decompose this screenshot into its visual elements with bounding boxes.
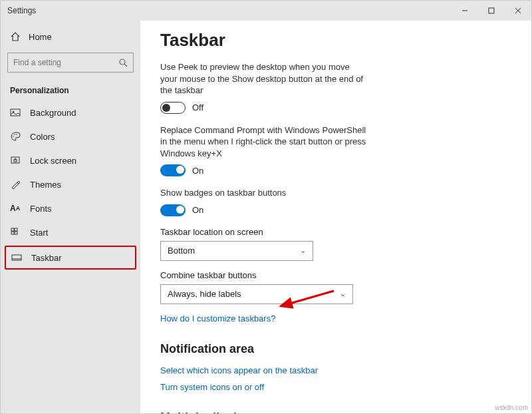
sidebar-item-label: Colors <box>30 132 55 142</box>
start-icon <box>10 227 21 238</box>
sidebar-item-themes[interactable]: Themes <box>1 172 140 196</box>
taskbar-icon <box>11 252 22 263</box>
badges-toggle[interactable] <box>160 204 186 216</box>
svg-rect-15 <box>11 232 14 234</box>
content-panel: Taskbar Use Peek to preview the desktop … <box>140 21 531 413</box>
svg-point-4 <box>120 59 125 65</box>
palette-icon <box>10 131 21 142</box>
sidebar-item-label: Taskbar <box>31 253 62 263</box>
svg-rect-12 <box>14 160 17 162</box>
peek-toggle[interactable] <box>160 102 186 114</box>
sidebar-item-label: Lock screen <box>30 156 76 166</box>
image-icon <box>10 107 21 118</box>
window-title: Settings <box>1 6 452 15</box>
badges-desc: Show badges on taskbar buttons <box>160 187 366 199</box>
home-nav[interactable]: Home <box>1 26 140 47</box>
sidebar-item-start[interactable]: Start <box>1 220 140 244</box>
notification-heading: Notification area <box>160 342 511 356</box>
svg-rect-17 <box>12 255 21 260</box>
sidebar-item-label: Themes <box>30 180 61 190</box>
powershell-desc: Replace Command Prompt with Windows Powe… <box>160 124 366 160</box>
svg-line-5 <box>124 64 127 67</box>
search-input[interactable] <box>7 53 134 73</box>
combine-select[interactable]: Always, hide labels ⌄ <box>160 284 353 304</box>
maximize-button[interactable] <box>478 1 505 21</box>
home-icon <box>10 31 21 42</box>
peek-desc: Use Peek to preview the desktop when you… <box>160 61 366 97</box>
svg-rect-6 <box>11 109 20 116</box>
sidebar-item-fonts[interactable]: AA Fonts <box>1 196 140 220</box>
svg-point-10 <box>16 134 17 135</box>
sidebar-item-label: Background <box>30 108 76 118</box>
system-icons-link[interactable]: Turn system icons on or off <box>160 382 511 392</box>
powershell-state: On <box>192 166 203 176</box>
combine-value: Always, hide labels <box>168 289 241 299</box>
page-title: Taskbar <box>160 30 511 51</box>
sidebar-item-label: Start <box>30 228 48 238</box>
section-label: Personalization <box>1 78 140 101</box>
location-select[interactable]: Bottom ⌄ <box>160 241 313 261</box>
select-icons-link[interactable]: Select which icons appear on the taskbar <box>160 365 511 375</box>
watermark: wsxdn.com <box>495 404 528 411</box>
combine-label: Combine taskbar buttons <box>160 270 511 280</box>
sidebar-item-taskbar[interactable]: Taskbar <box>5 246 136 270</box>
themes-icon <box>10 179 21 190</box>
svg-point-8 <box>13 136 14 137</box>
search-field[interactable] <box>13 58 118 67</box>
close-button[interactable] <box>505 1 531 21</box>
search-icon <box>118 58 128 67</box>
chevron-down-icon: ⌄ <box>340 290 346 298</box>
powershell-toggle[interactable] <box>160 164 186 176</box>
sidebar: Home Personalization Background Colors L… <box>1 21 140 413</box>
svg-rect-14 <box>15 228 17 231</box>
multiple-displays-heading: Multiple displays <box>160 411 511 413</box>
customize-link[interactable]: How do I customize taskbars? <box>160 313 511 323</box>
sidebar-item-background[interactable]: Background <box>1 101 140 124</box>
lock-screen-icon <box>10 155 21 166</box>
svg-rect-1 <box>489 8 494 13</box>
sidebar-item-colors[interactable]: Colors <box>1 124 140 148</box>
sidebar-item-label: Fonts <box>30 204 52 214</box>
home-label: Home <box>29 32 52 42</box>
badges-state: On <box>192 205 203 215</box>
fonts-icon: AA <box>10 203 21 214</box>
svg-point-9 <box>14 134 15 135</box>
location-value: Bottom <box>168 246 195 256</box>
peek-state: Off <box>192 103 203 112</box>
chevron-down-icon: ⌄ <box>300 246 306 255</box>
titlebar: Settings <box>1 1 531 21</box>
minimize-button[interactable] <box>452 1 478 21</box>
sidebar-item-lockscreen[interactable]: Lock screen <box>1 148 140 172</box>
svg-rect-16 <box>15 232 17 234</box>
svg-rect-13 <box>11 228 14 231</box>
location-label: Taskbar location on screen <box>160 227 511 237</box>
